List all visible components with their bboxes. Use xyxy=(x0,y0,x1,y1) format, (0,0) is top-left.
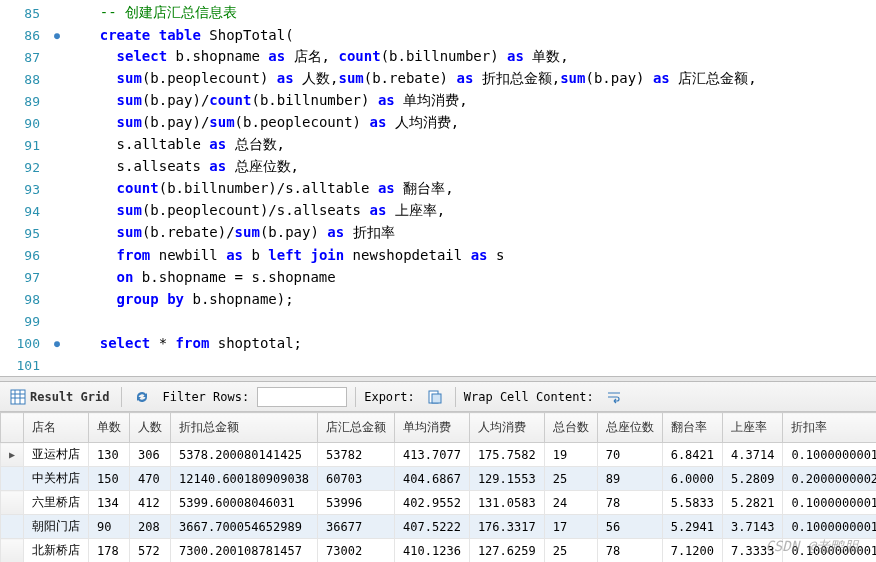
row-indicator[interactable] xyxy=(1,515,24,539)
column-header[interactable]: 翻台率 xyxy=(662,413,722,443)
cell[interactable]: 404.6867 xyxy=(395,467,470,491)
code-text[interactable]: group by b.shopname); xyxy=(66,291,294,307)
cell[interactable]: 5.2821 xyxy=(723,491,783,515)
column-header[interactable]: 折扣率 xyxy=(783,413,876,443)
column-header[interactable]: 单均消费 xyxy=(395,413,470,443)
refresh-button[interactable] xyxy=(130,387,154,407)
cell[interactable]: 129.1553 xyxy=(469,467,544,491)
code-line[interactable]: 98 group by b.shopname); xyxy=(0,288,876,310)
cell[interactable]: 12140.600180909038 xyxy=(171,467,318,491)
cell[interactable]: 402.9552 xyxy=(395,491,470,515)
row-indicator[interactable] xyxy=(1,491,24,515)
cell[interactable]: 90 xyxy=(89,515,130,539)
cell[interactable]: 4.3714 xyxy=(723,443,783,467)
cell[interactable]: 7.1200 xyxy=(662,539,722,563)
row-indicator[interactable] xyxy=(1,539,24,563)
code-line[interactable]: 96 from newbill as b left join newshopde… xyxy=(0,244,876,266)
table-row[interactable]: 六里桥店1344125399.6000804603153996402.95521… xyxy=(1,491,877,515)
code-line[interactable]: 94 sum(b.peoplecount)/s.allseats as 上座率, xyxy=(0,200,876,222)
cell[interactable]: 572 xyxy=(130,539,171,563)
column-header[interactable]: 人数 xyxy=(130,413,171,443)
code-text[interactable]: s.allseats as 总座位数, xyxy=(66,158,299,176)
column-header[interactable]: 单数 xyxy=(89,413,130,443)
cell[interactable]: 3.7143 xyxy=(723,515,783,539)
cell[interactable]: 150 xyxy=(89,467,130,491)
code-line[interactable]: 93 count(b.billnumber)/s.alltable as 翻台率… xyxy=(0,178,876,200)
code-line[interactable]: 99 xyxy=(0,310,876,332)
column-header[interactable]: 人均消费 xyxy=(469,413,544,443)
cell[interactable]: 0.100000000149011612 xyxy=(783,443,876,467)
cell[interactable]: 306 xyxy=(130,443,171,467)
code-text[interactable]: sum(b.pay)/count(b.billnumber) as 单均消费, xyxy=(66,92,468,110)
cell[interactable]: 413.7077 xyxy=(395,443,470,467)
cell[interactable]: 412 xyxy=(130,491,171,515)
cell[interactable]: 7300.200108781457 xyxy=(171,539,318,563)
wrap-cell-button[interactable] xyxy=(602,387,626,407)
cell[interactable]: 56 xyxy=(597,515,662,539)
column-header[interactable]: 总台数 xyxy=(544,413,597,443)
code-line[interactable]: 92 s.allseats as 总座位数, xyxy=(0,156,876,178)
code-line[interactable]: 86● create table ShopTotal( xyxy=(0,24,876,46)
cell[interactable]: 3667.700054652989 xyxy=(171,515,318,539)
cell[interactable]: 131.0583 xyxy=(469,491,544,515)
cell[interactable]: 5.5833 xyxy=(662,491,722,515)
table-row[interactable]: 朝阳门店902083667.70005465298936677407.52221… xyxy=(1,515,877,539)
code-line[interactable]: 85 -- 创建店汇总信息表 xyxy=(0,2,876,24)
code-text[interactable]: select b.shopname as 店名, count(b.billnum… xyxy=(66,48,569,66)
cell[interactable]: 朝阳门店 xyxy=(24,515,89,539)
cell[interactable]: 亚运村店 xyxy=(24,443,89,467)
code-line[interactable]: 97 on b.shopname = s.shopname xyxy=(0,266,876,288)
column-header[interactable]: 折扣总金额 xyxy=(171,413,318,443)
cell[interactable]: 407.5222 xyxy=(395,515,470,539)
cell[interactable]: 六里桥店 xyxy=(24,491,89,515)
cell[interactable]: 70 xyxy=(597,443,662,467)
cell[interactable]: 53996 xyxy=(318,491,395,515)
code-line[interactable]: 95 sum(b.rebate)/sum(b.pay) as 折扣率 xyxy=(0,222,876,244)
code-line[interactable]: 101 xyxy=(0,354,876,376)
table-row[interactable]: 中关村店15047012140.60018090903860703404.686… xyxy=(1,467,877,491)
cell[interactable]: 0.100000000149011612 xyxy=(783,515,876,539)
cell[interactable]: 6.8421 xyxy=(662,443,722,467)
code-text[interactable] xyxy=(66,357,100,373)
code-line[interactable]: 90 sum(b.pay)/sum(b.peoplecount) as 人均消费… xyxy=(0,112,876,134)
code-text[interactable]: sum(b.peoplecount) as 人数,sum(b.rebate) a… xyxy=(66,70,757,88)
result-grid-button[interactable]: Result Grid xyxy=(6,387,113,407)
cell[interactable]: 470 xyxy=(130,467,171,491)
code-editor[interactable]: 85 -- 创建店汇总信息表86● create table ShopTotal… xyxy=(0,0,876,376)
cell[interactable]: 78 xyxy=(597,491,662,515)
breakpoint-marker[interactable]: ● xyxy=(48,338,66,349)
cell[interactable]: 208 xyxy=(130,515,171,539)
export-button[interactable] xyxy=(423,387,447,407)
cell[interactable]: 0.100000000149011612 xyxy=(783,491,876,515)
code-line[interactable]: 91 s.alltable as 总台数, xyxy=(0,134,876,156)
code-text[interactable]: sum(b.peoplecount)/s.allseats as 上座率, xyxy=(66,202,445,220)
cell[interactable]: 78 xyxy=(597,539,662,563)
cell[interactable]: 410.1236 xyxy=(395,539,470,563)
cell[interactable]: 0.200000000298023224 xyxy=(783,467,876,491)
table-row[interactable]: ▶亚运村店1303065378.20008014142553782413.707… xyxy=(1,443,877,467)
cell[interactable]: 25 xyxy=(544,467,597,491)
code-text[interactable]: s.alltable as 总台数, xyxy=(66,136,285,154)
breakpoint-marker[interactable]: ● xyxy=(48,30,66,41)
cell[interactable]: 36677 xyxy=(318,515,395,539)
cell[interactable]: 5.2809 xyxy=(723,467,783,491)
cell[interactable]: 134 xyxy=(89,491,130,515)
cell[interactable]: 北新桥店 xyxy=(24,539,89,563)
code-line[interactable]: 100● select * from shoptotal; xyxy=(0,332,876,354)
cell[interactable]: 178 xyxy=(89,539,130,563)
column-header[interactable]: 店汇总金额 xyxy=(318,413,395,443)
row-indicator[interactable]: ▶ xyxy=(1,443,24,467)
cell[interactable]: 127.6259 xyxy=(469,539,544,563)
code-text[interactable]: -- 创建店汇总信息表 xyxy=(66,4,237,22)
cell[interactable]: 73002 xyxy=(318,539,395,563)
cell[interactable]: 5378.200080141425 xyxy=(171,443,318,467)
code-text[interactable]: from newbill as b left join newshopdetai… xyxy=(66,247,504,263)
cell[interactable]: 19 xyxy=(544,443,597,467)
cell[interactable]: 130 xyxy=(89,443,130,467)
results-grid[interactable]: 店名单数人数折扣总金额店汇总金额单均消费人均消费总台数总座位数翻台率上座率折扣率… xyxy=(0,412,876,562)
table-row[interactable]: 北新桥店1785727300.20010878145773002410.1236… xyxy=(1,539,877,563)
cell[interactable]: 176.3317 xyxy=(469,515,544,539)
cell[interactable]: 53782 xyxy=(318,443,395,467)
cell[interactable]: 24 xyxy=(544,491,597,515)
row-indicator[interactable] xyxy=(1,467,24,491)
